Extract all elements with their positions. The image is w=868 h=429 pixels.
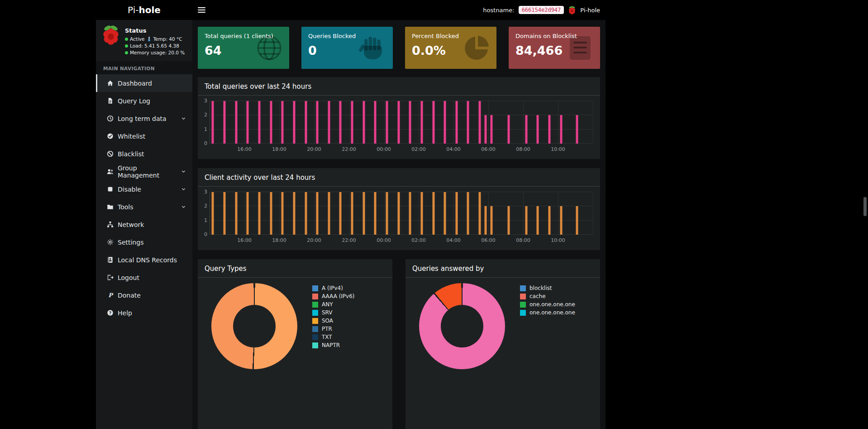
chart-bar <box>537 115 539 144</box>
legend-item-one-one-one-one[interactable]: one.one.one.one <box>520 300 575 308</box>
chart-bar <box>293 101 295 144</box>
sidebar-item-donate[interactable]: PDonate <box>96 286 192 304</box>
x-axis: 16:0018:0020:0022:0000:0002:0004:0006:00… <box>210 145 593 155</box>
x-tick-label: 18:00 <box>272 146 286 152</box>
sidebar-item-help[interactable]: ?Help <box>96 304 192 322</box>
legend-label: SRV <box>322 309 333 316</box>
x-tick-label: 02:00 <box>411 146 426 152</box>
chart-bar <box>576 206 578 235</box>
y-tick-label: 2 <box>204 112 207 118</box>
legend-item-one-one-one-one[interactable]: one.one.one.one <box>520 308 575 317</box>
legend-item-cache[interactable]: cache <box>520 292 575 300</box>
total-queries-panel: Total queries over last 24 hours 0123 16… <box>198 77 600 159</box>
legend-item-naptr[interactable]: NAPTR <box>312 341 355 349</box>
sidebar-item-label: Disable <box>118 186 141 193</box>
sidebar-item-local-dns-records[interactable]: Local DNS Records <box>96 251 192 269</box>
chart-bar <box>328 192 330 235</box>
sidebar-item-group-management[interactable]: Group Management <box>96 163 192 180</box>
query-types-legend: A (IPv4)AAAA (IPv6)ANYSRVSOAPTRTXTNAPTR <box>312 284 355 349</box>
users-icon <box>107 168 114 175</box>
chart-bar <box>508 115 510 144</box>
sidebar-item-blacklist[interactable]: Blacklist <box>96 145 192 163</box>
scrollbar-thumb[interactable] <box>863 197 867 216</box>
chevron-down-icon <box>181 169 186 174</box>
query-types-panel: Query Types A (IPv4)AAAA (IPv6)ANYSRVSOA… <box>198 259 392 429</box>
file-icon <box>107 97 114 104</box>
status-memory-label: Memory usage: 20.0 % <box>130 50 185 55</box>
y-tick-label: 1 <box>204 217 207 224</box>
y-tick-label: 3 <box>204 98 207 104</box>
sidebar-item-network[interactable]: Network <box>96 216 192 233</box>
chart-bar <box>351 192 353 235</box>
legend-item-blocklist[interactable]: blocklist <box>520 284 575 292</box>
stat-card-percent-blocked[interactable]: Percent Blocked0.0% <box>405 27 496 69</box>
status-block: Status Active Temp: 40 °C Load: 5.41 5.6… <box>96 20 192 61</box>
stat-card-domains-on-blocklist[interactable]: Domains on Blocklist84,466 <box>509 27 600 69</box>
sidebar-item-label: Network <box>118 221 144 228</box>
legend-item-srv[interactable]: SRV <box>312 308 355 317</box>
chart-bar <box>525 115 527 144</box>
status-dot-icon <box>125 38 128 41</box>
chart-bar <box>212 101 214 144</box>
sidebar-item-whitelist[interactable]: Whitelist <box>96 127 192 145</box>
stat-card-queries-blocked[interactable]: Queries Blocked0 <box>301 27 393 69</box>
legend-item-any[interactable]: ANY <box>312 300 355 308</box>
sidebar-item-settings[interactable]: Settings <box>96 233 192 251</box>
legend-item-ptr[interactable]: PTR <box>312 325 355 333</box>
chart-bar <box>432 192 434 235</box>
stat-cards: Total queries (1 clients)64Queries Block… <box>198 27 600 69</box>
chart-bar <box>362 192 365 235</box>
sidebar-item-logout[interactable]: Logout <box>96 269 192 286</box>
sidebar-item-label: Group Management <box>118 164 176 179</box>
x-tick-label: 06:00 <box>481 146 496 152</box>
legend-label: cache <box>529 293 546 299</box>
legend-item-txt[interactable]: TXT <box>312 333 355 341</box>
y-axis: 0123 <box>201 192 210 235</box>
legend-swatch <box>312 326 318 332</box>
chart-bar <box>235 101 237 144</box>
nav-section-label: MAIN NAVIGATION <box>96 61 192 74</box>
sidebar-item-label: Blacklist <box>118 150 144 158</box>
legend-swatch <box>520 285 526 291</box>
sidebar-toggle-button[interactable] <box>198 4 210 16</box>
legend-label: AAAA (IPv6) <box>322 293 355 299</box>
chart-bar <box>508 206 510 235</box>
x-tick-label: 10:00 <box>551 146 565 152</box>
chart-bar <box>560 115 562 144</box>
panel-title: Client activity over last 24 hours <box>198 168 600 186</box>
chart-bar <box>397 101 400 144</box>
sidebar-item-query-log[interactable]: Query Log <box>96 92 192 110</box>
chart-bar <box>444 101 446 144</box>
queries-answered-donut[interactable] <box>419 283 505 369</box>
chart-bar <box>420 192 423 235</box>
chart-bar <box>467 101 469 144</box>
sidebar-item-tools[interactable]: Tools <box>96 198 192 216</box>
x-tick-label: 20:00 <box>307 237 321 243</box>
legend-item-aaaa-ipv6[interactable]: AAAA (IPv6) <box>312 292 355 300</box>
legend-item-a-ipv4[interactable]: A (IPv4) <box>312 284 355 292</box>
legend-label: blocklist <box>529 285 552 291</box>
sidebar-item-long-term-data[interactable]: Long term data <box>96 110 192 127</box>
sidebar-item-disable[interactable]: Disable <box>96 180 192 198</box>
legend-item-soa[interactable]: SOA <box>312 317 355 325</box>
x-tick-label: 08:00 <box>516 237 530 243</box>
status-title: Status <box>125 27 185 34</box>
sidebar-item-dashboard[interactable]: Dashboard <box>96 74 192 92</box>
chart-bar <box>305 101 307 144</box>
chart-bar <box>316 192 319 235</box>
chart-bar <box>455 192 458 235</box>
hostname-label: hostname: <box>483 7 514 14</box>
app-logo[interactable]: Pi-hole <box>96 0 192 20</box>
y-tick-label: 3 <box>204 189 207 195</box>
queries-answered-panel: Queries answered by blocklistcacheone.on… <box>405 259 600 429</box>
stat-card-value: 84,466 <box>515 43 593 58</box>
sidebar-item-label: Donate <box>118 292 141 299</box>
x-tick-label: 10:00 <box>551 237 565 243</box>
query-types-donut[interactable] <box>211 283 297 369</box>
bar-chart-plot[interactable] <box>210 101 593 144</box>
bar-chart-plot[interactable] <box>210 192 593 235</box>
stat-card-total-queries-1-clients[interactable]: Total queries (1 clients)64 <box>198 27 289 69</box>
clock-icon <box>107 115 114 122</box>
queries-answered-legend: blocklistcacheone.one.one.oneone.one.one… <box>520 284 575 317</box>
logout-icon <box>107 274 114 281</box>
